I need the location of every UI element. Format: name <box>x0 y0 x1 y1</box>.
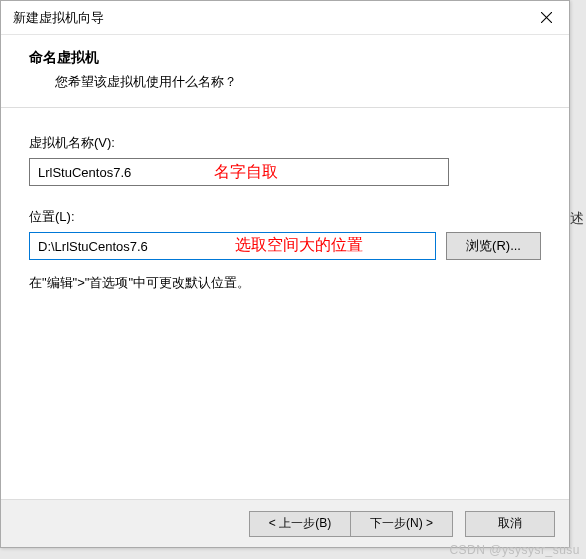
header-section: 命名虚拟机 您希望该虚拟机使用什么名称？ <box>1 35 569 108</box>
watermark: CSDN @ysysysr_susu <box>449 543 580 557</box>
content-area: 虚拟机名称(V): 名字自取 位置(L): 浏览(R)... 选取空间大的位置 … <box>1 108 569 302</box>
titlebar: 新建虚拟机向导 <box>1 1 569 35</box>
vm-location-group: 位置(L): 浏览(R)... 选取空间大的位置 <box>29 208 541 260</box>
page-subtitle: 您希望该虚拟机使用什么名称？ <box>29 73 549 91</box>
outside-fragment: 述 <box>570 210 584 228</box>
back-button[interactable]: < 上一步(B) <box>249 511 351 537</box>
browse-button[interactable]: 浏览(R)... <box>446 232 541 260</box>
location-row: 浏览(R)... <box>29 232 541 260</box>
vm-name-input[interactable] <box>29 158 449 186</box>
cancel-button[interactable]: 取消 <box>465 511 555 537</box>
footer-bar: < 上一步(B) 下一步(N) > 取消 <box>1 499 569 547</box>
close-button[interactable] <box>523 2 569 34</box>
vm-location-input[interactable] <box>29 232 436 260</box>
next-button[interactable]: 下一步(N) > <box>351 511 453 537</box>
vm-location-label: 位置(L): <box>29 208 541 226</box>
close-icon <box>541 12 552 23</box>
wizard-dialog: 新建虚拟机向导 命名虚拟机 您希望该虚拟机使用什么名称？ 虚拟机名称(V): 名… <box>0 0 570 548</box>
page-title: 命名虚拟机 <box>29 49 549 67</box>
vm-name-label: 虚拟机名称(V): <box>29 134 541 152</box>
vm-name-group: 虚拟机名称(V): 名字自取 <box>29 134 541 186</box>
hint-text: 在"编辑">"首选项"中可更改默认位置。 <box>29 274 541 292</box>
window-title: 新建虚拟机向导 <box>13 9 104 27</box>
